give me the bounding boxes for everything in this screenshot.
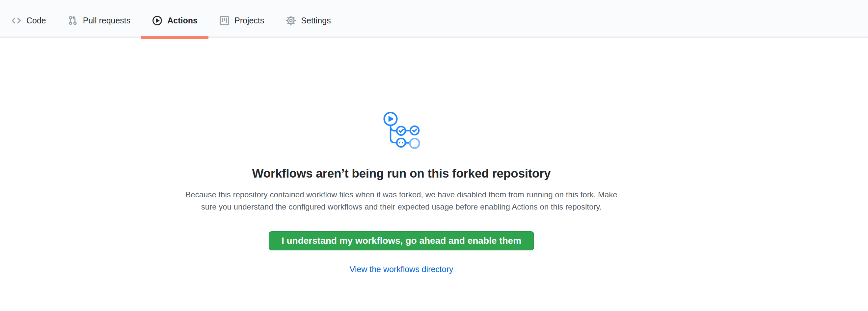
tab-label: Code	[26, 17, 46, 25]
tab-label: Actions	[167, 17, 197, 25]
enable-workflows-button[interactable]: I understand my workflows, go ahead and …	[269, 231, 534, 250]
page-title: Workflows aren’t being run on this forke…	[0, 166, 803, 181]
tab-label: Projects	[235, 17, 264, 25]
code-icon	[11, 15, 22, 26]
tab-code[interactable]: Code	[0, 0, 57, 37]
git-pull-request-icon	[68, 15, 78, 26]
workflow-icon	[382, 111, 421, 149]
view-workflows-directory-link[interactable]: View the workflows directory	[0, 265, 803, 274]
project-icon	[219, 15, 229, 26]
blankslate-description: Because this repository contained workfl…	[128, 188, 675, 213]
tab-label: Pull requests	[83, 17, 131, 25]
tab-label: Settings	[301, 17, 331, 25]
tab-projects[interactable]: Projects	[209, 0, 275, 37]
tab-pull-requests[interactable]: Pull requests	[57, 0, 142, 37]
gear-icon	[286, 15, 296, 26]
tab-actions[interactable]: Actions	[141, 0, 209, 37]
play-icon	[152, 15, 162, 26]
tab-settings[interactable]: Settings	[275, 0, 341, 37]
repo-tab-bar: Code Pull requests Actions	[0, 0, 868, 37]
actions-blankslate: Workflows aren’t being run on this forke…	[0, 111, 803, 274]
